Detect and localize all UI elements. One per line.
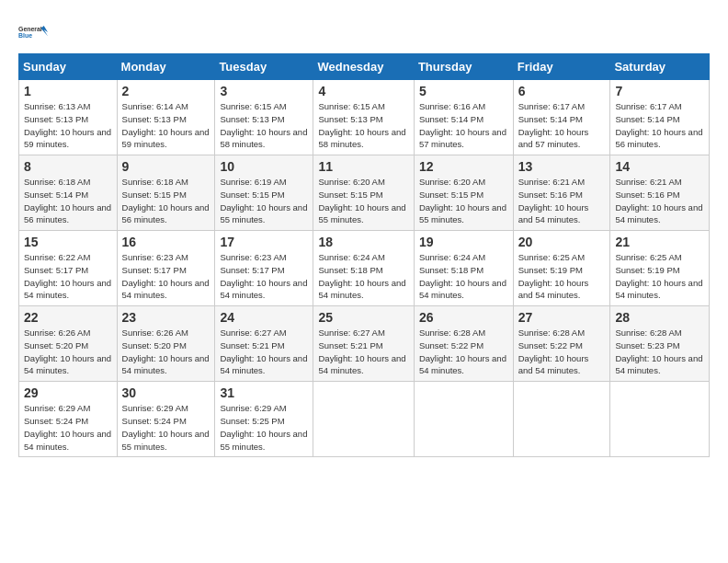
weekday-header-cell: Wednesday [313,54,414,80]
calendar-day-cell: 11 Sunrise: 6:20 AMSunset: 5:15 PMDaylig… [313,155,414,231]
day-info: Sunrise: 6:18 AMSunset: 5:15 PMDaylight:… [122,177,210,224]
calendar-day-cell: 12 Sunrise: 6:20 AMSunset: 5:15 PMDaylig… [414,155,513,231]
svg-text:General: General [18,26,42,32]
day-info: Sunrise: 6:27 AMSunset: 5:21 PMDaylight:… [220,327,307,375]
calendar-day-cell: 3 Sunrise: 6:15 AMSunset: 5:13 PMDayligh… [215,80,313,155]
day-number: 14 [615,159,704,174]
calendar-day-cell: 1 Sunrise: 6:13 AMSunset: 5:13 PMDayligh… [19,80,118,155]
calendar-day-cell: 15 Sunrise: 6:22 AMSunset: 5:17 PMDaylig… [19,231,118,306]
calendar-day-cell: 9 Sunrise: 6:18 AMSunset: 5:15 PMDayligh… [117,155,215,231]
day-info: Sunrise: 6:13 AMSunset: 5:13 PMDaylight:… [24,101,111,149]
day-number: 18 [318,235,408,249]
day-info: Sunrise: 6:26 AMSunset: 5:20 PMDaylight:… [24,327,111,375]
calendar-day-cell [414,382,513,457]
day-info: Sunrise: 6:24 AMSunset: 5:18 PMDaylight:… [318,252,405,300]
calendar-day-cell: 27 Sunrise: 6:28 AMSunset: 5:22 PMDaylig… [513,306,610,382]
calendar-week-row: 8 Sunrise: 6:18 AMSunset: 5:14 PMDayligh… [19,155,710,231]
day-info: Sunrise: 6:23 AMSunset: 5:17 PMDaylight:… [220,252,307,300]
calendar-day-cell: 21 Sunrise: 6:25 AMSunset: 5:19 PMDaylig… [610,231,710,306]
header: General Blue [18,18,710,48]
day-info: Sunrise: 6:17 AMSunset: 5:14 PMDaylight:… [518,101,589,149]
day-number: 19 [419,235,508,249]
day-info: Sunrise: 6:24 AMSunset: 5:18 PMDaylight:… [419,252,506,300]
calendar-day-cell: 18 Sunrise: 6:24 AMSunset: 5:18 PMDaylig… [313,231,414,306]
calendar-week-row: 15 Sunrise: 6:22 AMSunset: 5:17 PMDaylig… [19,231,710,306]
calendar-body: 1 Sunrise: 6:13 AMSunset: 5:13 PMDayligh… [19,80,710,457]
day-number: 17 [220,235,308,249]
day-number: 6 [518,84,606,98]
day-info: Sunrise: 6:29 AMSunset: 5:24 PMDaylight:… [24,403,111,451]
day-info: Sunrise: 6:26 AMSunset: 5:20 PMDaylight:… [122,327,210,375]
calendar-day-cell [610,382,710,457]
calendar-day-cell: 24 Sunrise: 6:27 AMSunset: 5:21 PMDaylig… [215,306,313,382]
day-number: 13 [518,159,606,174]
day-number: 23 [122,310,210,325]
day-number: 29 [24,385,112,400]
weekday-header-cell: Thursday [414,54,513,80]
calendar-day-cell: 6 Sunrise: 6:17 AMSunset: 5:14 PMDayligh… [513,80,610,155]
logo-icon: General Blue [18,18,48,48]
day-info: Sunrise: 6:19 AMSunset: 5:15 PMDaylight:… [220,177,307,224]
weekday-header-cell: Monday [117,54,215,80]
calendar-day-cell: 20 Sunrise: 6:25 AMSunset: 5:19 PMDaylig… [513,231,610,306]
calendar-day-cell: 5 Sunrise: 6:16 AMSunset: 5:14 PMDayligh… [414,80,513,155]
day-number: 31 [220,385,308,400]
day-number: 12 [419,159,508,174]
calendar-table: SundayMondayTuesdayWednesdayThursdayFrid… [18,53,710,457]
day-number: 11 [318,159,408,174]
day-info: Sunrise: 6:21 AMSunset: 5:16 PMDaylight:… [615,177,702,224]
day-info: Sunrise: 6:15 AMSunset: 5:13 PMDaylight:… [220,101,307,149]
day-info: Sunrise: 6:20 AMSunset: 5:15 PMDaylight:… [419,177,506,224]
calendar-day-cell: 10 Sunrise: 6:19 AMSunset: 5:15 PMDaylig… [215,155,313,231]
day-info: Sunrise: 6:16 AMSunset: 5:14 PMDaylight:… [419,101,506,149]
day-number: 28 [615,310,704,325]
weekday-header-cell: Sunday [19,54,118,80]
day-info: Sunrise: 6:17 AMSunset: 5:14 PMDaylight:… [615,101,702,149]
day-number: 30 [122,385,210,400]
day-number: 2 [122,84,210,98]
day-number: 22 [24,310,112,325]
day-info: Sunrise: 6:28 AMSunset: 5:23 PMDaylight:… [615,327,702,375]
calendar-day-cell: 4 Sunrise: 6:15 AMSunset: 5:13 PMDayligh… [313,80,414,155]
calendar-day-cell: 31 Sunrise: 6:29 AMSunset: 5:25 PMDaylig… [215,382,313,457]
calendar-day-cell: 8 Sunrise: 6:18 AMSunset: 5:14 PMDayligh… [19,155,118,231]
calendar-day-cell [513,382,610,457]
weekday-header-cell: Tuesday [215,54,313,80]
calendar-day-cell: 23 Sunrise: 6:26 AMSunset: 5:20 PMDaylig… [117,306,215,382]
calendar-day-cell: 22 Sunrise: 6:26 AMSunset: 5:20 PMDaylig… [19,306,118,382]
calendar-day-cell: 2 Sunrise: 6:14 AMSunset: 5:13 PMDayligh… [117,80,215,155]
day-number: 26 [419,310,508,325]
day-number: 9 [122,159,210,174]
calendar-week-row: 22 Sunrise: 6:26 AMSunset: 5:20 PMDaylig… [19,306,710,382]
day-number: 1 [24,84,112,98]
calendar-day-cell: 17 Sunrise: 6:23 AMSunset: 5:17 PMDaylig… [215,231,313,306]
weekday-header-cell: Saturday [610,54,710,80]
day-info: Sunrise: 6:25 AMSunset: 5:19 PMDaylight:… [615,252,702,300]
day-number: 15 [24,235,112,249]
day-info: Sunrise: 6:22 AMSunset: 5:17 PMDaylight:… [24,252,111,300]
day-number: 20 [518,235,606,249]
day-info: Sunrise: 6:14 AMSunset: 5:13 PMDaylight:… [122,101,210,149]
day-info: Sunrise: 6:21 AMSunset: 5:16 PMDaylight:… [518,177,589,224]
day-info: Sunrise: 6:27 AMSunset: 5:21 PMDaylight:… [318,327,405,375]
day-number: 24 [220,310,308,325]
day-number: 8 [24,159,112,174]
calendar-day-cell: 13 Sunrise: 6:21 AMSunset: 5:16 PMDaylig… [513,155,610,231]
day-number: 27 [518,310,606,325]
calendar-week-row: 29 Sunrise: 6:29 AMSunset: 5:24 PMDaylig… [19,382,710,457]
day-info: Sunrise: 6:20 AMSunset: 5:15 PMDaylight:… [318,177,405,224]
day-info: Sunrise: 6:28 AMSunset: 5:22 PMDaylight:… [518,327,589,375]
day-number: 21 [615,235,704,249]
calendar-day-cell: 19 Sunrise: 6:24 AMSunset: 5:18 PMDaylig… [414,231,513,306]
day-info: Sunrise: 6:28 AMSunset: 5:22 PMDaylight:… [419,327,506,375]
day-info: Sunrise: 6:25 AMSunset: 5:19 PMDaylight:… [518,252,589,300]
day-info: Sunrise: 6:15 AMSunset: 5:13 PMDaylight:… [318,101,405,149]
calendar-day-cell: 26 Sunrise: 6:28 AMSunset: 5:22 PMDaylig… [414,306,513,382]
calendar-day-cell: 30 Sunrise: 6:29 AMSunset: 5:24 PMDaylig… [117,382,215,457]
weekday-header-row: SundayMondayTuesdayWednesdayThursdayFrid… [19,54,710,80]
weekday-header-cell: Friday [513,54,610,80]
calendar-day-cell [313,382,414,457]
day-number: 4 [318,84,408,98]
day-number: 5 [419,84,508,98]
calendar-day-cell: 7 Sunrise: 6:17 AMSunset: 5:14 PMDayligh… [610,80,710,155]
